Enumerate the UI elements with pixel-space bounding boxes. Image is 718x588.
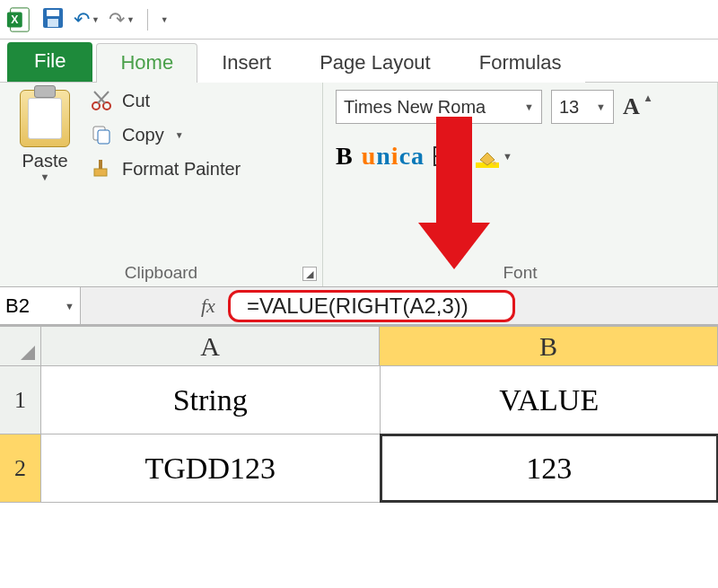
borders-icon [433,146,453,166]
paste-icon [20,90,70,147]
chevron-down-icon: ▼ [596,101,606,112]
group-font: Times New Roma ▼ 13 ▼ A B unica ▼ [323,83,718,286]
fill-color-button[interactable]: ▼ [476,145,512,168]
increase-font-size-button[interactable]: A [623,93,649,120]
formula-value: =VALUE(RIGHT(A2,3)) [247,294,468,318]
font-name-combo[interactable]: Times New Roma ▼ [336,90,542,124]
name-box-value: B2 [5,294,30,318]
separator [147,9,148,31]
undo-icon: ↶ [74,10,90,30]
tab-page-layout[interactable]: Page Layout [295,43,455,83]
format-painter-icon [90,158,113,180]
tab-file[interactable]: File [7,42,92,82]
chevron-down-icon: ▼ [524,101,534,112]
cell-b2[interactable]: 123 [381,434,719,502]
chevron-down-icon[interactable]: ▼ [13,171,77,182]
svg-text:X: X [11,13,19,25]
svg-rect-11 [99,160,102,169]
format-painter-button[interactable]: Format Painter [90,158,241,180]
svg-rect-5 [48,19,58,27]
chevron-down-icon: ▼ [65,301,74,312]
excel-app-icon[interactable]: X [5,6,32,33]
paste-label: Paste [13,151,77,171]
cell-a1[interactable]: String [41,366,381,434]
save-button[interactable] [41,6,65,33]
svg-rect-9 [98,130,109,144]
chevron-down-icon: ▼ [175,130,184,140]
select-all-corner[interactable] [0,327,41,365]
ribbon-tabs: File Home Insert Page Layout Formulas [0,39,718,83]
tab-insert[interactable]: Insert [197,43,295,83]
column-header-a[interactable]: A [41,327,380,365]
group-clipboard: Paste ▼ Cut Copy ▼ [0,83,323,286]
font-size-combo[interactable]: 13 ▼ [551,90,614,124]
cell-b1[interactable]: VALUE [381,366,719,434]
group-label-clipboard: Clipboard [13,259,310,285]
cut-icon [90,90,113,111]
copy-button[interactable]: Copy ▼ [90,124,241,145]
customize-qat-button[interactable]: ▼ [161,15,169,24]
format-painter-label: Format Painter [122,159,241,180]
row-header-2[interactable]: 2 [0,434,41,502]
chevron-down-icon: ▼ [503,151,512,162]
cell-a2[interactable]: TGDD123 [41,434,381,502]
bold-button[interactable]: B [336,142,353,171]
paste-button[interactable]: Paste ▼ [13,90,77,182]
row-2: 2 TGDD123 123 [0,434,718,503]
copy-label: Copy [122,125,164,145]
chevron-down-icon: ▼ [457,151,467,162]
column-header-b[interactable]: B [380,327,718,365]
column-headers: A B [0,327,718,366]
row-header-1[interactable]: 1 [0,366,41,434]
font-name-value: Times New Roma [344,97,486,118]
group-label-font: Font [336,259,705,285]
chevron-down-icon: ▼ [161,15,169,24]
ribbon: Paste ▼ Cut Copy ▼ [0,83,718,287]
unica-watermark: unica [362,142,425,171]
redo-icon: ↷ [109,10,125,30]
formula-input[interactable]: =VALUE(RIGHT(A2,3)) [228,290,515,322]
fill-color-icon [477,145,498,162]
cut-button[interactable]: Cut [90,90,241,111]
chevron-down-icon: ▼ [92,15,100,24]
redo-button[interactable]: ↷ ▼ [109,10,135,30]
borders-button[interactable]: ▼ [433,146,467,166]
row-1: 1 String VALUE [0,366,718,434]
chevron-down-icon: ▼ [127,15,135,24]
svg-rect-10 [94,169,107,176]
svg-rect-4 [47,10,59,16]
fx-label[interactable]: fx [201,294,215,318]
undo-button[interactable]: ↶ ▼ [74,10,100,30]
tab-home[interactable]: Home [96,43,197,83]
name-box[interactable]: B2 ▼ [0,287,81,324]
font-size-value: 13 [559,97,579,118]
formula-bar: B2 ▼ fx =VALUE(RIGHT(A2,3)) [0,287,718,327]
tab-formulas[interactable]: Formulas [455,43,586,83]
cut-label: Cut [122,91,150,111]
quick-access-toolbar: X ↶ ▼ ↷ ▼ ▼ [0,0,718,39]
clipboard-dialog-launcher[interactable]: ◢ [302,267,317,281]
save-icon [41,6,65,33]
copy-icon [90,124,113,145]
svg-point-12 [493,162,496,165]
worksheet-grid[interactable]: A B 1 String VALUE 2 TGDD123 123 [0,327,718,503]
